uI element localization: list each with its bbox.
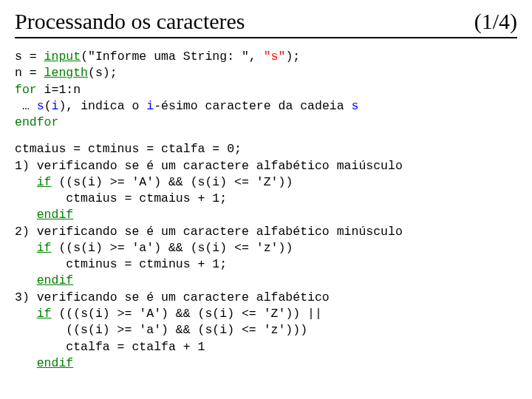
- slide-title: Processando os caracteres: [15, 9, 245, 34]
- code-line: ctalfa = ctalfa + 1: [15, 340, 205, 354]
- code-line: for i=1:n: [15, 83, 81, 97]
- var-s: s: [37, 99, 44, 113]
- kw-endfor: endfor: [15, 115, 58, 129]
- code-line: 3) verificando se é um caractere alfabét…: [15, 290, 330, 304]
- code-line: 2) verificando se é um caractere alfabét…: [15, 225, 403, 239]
- kw-endif: endif: [37, 273, 74, 287]
- kw-for: for: [15, 83, 37, 97]
- kw-if: if: [37, 175, 52, 189]
- slide-pager: (1/4): [474, 9, 517, 34]
- code-line: if ((s(i) >= 'a') && (s(i) <= 'z')): [15, 241, 293, 255]
- var-i: i: [146, 99, 154, 113]
- fn-length: length: [44, 66, 88, 80]
- code-line: endif: [15, 208, 73, 222]
- code-line: endif: [15, 356, 73, 370]
- kw-if: if: [37, 307, 52, 321]
- var-i: i: [52, 99, 59, 113]
- var-s: s: [352, 99, 359, 113]
- code-line: n = length(s);: [15, 66, 117, 80]
- kw-if: if: [37, 241, 52, 255]
- code-line: if (((s(i) >= 'A') && (s(i) <= 'Z')) ||: [15, 307, 322, 321]
- slide-header: Processando os caracteres (1/4): [15, 9, 517, 38]
- kw-endif: endif: [37, 356, 74, 370]
- code-line: if ((s(i) >= 'A') && (s(i) <= 'Z')): [15, 175, 293, 189]
- code-line: s = input("Informe uma String: ", "s");: [15, 50, 300, 64]
- fn-input: input: [44, 50, 81, 64]
- string-literal: "s": [264, 50, 286, 64]
- code-line: ((s(i) >= 'a') && (s(i) <= 'z'))): [15, 323, 307, 337]
- code-line: ctmaius = ctmaius + 1;: [15, 191, 227, 205]
- kw-endif: endif: [37, 208, 74, 222]
- code-line: ctmaius = ctminus = ctalfa = 0;: [15, 142, 242, 156]
- slide: Processando os caracteres (1/4) s = inpu…: [0, 0, 532, 379]
- code-line: 1) verificando se é um caractere alfabét…: [15, 159, 403, 173]
- code-block-1: s = input("Informe uma String: ", "s"); …: [15, 49, 517, 131]
- code-block-2: ctmaius = ctminus = ctalfa = 0; 1) verif…: [15, 141, 517, 372]
- code-line: endif: [15, 273, 73, 287]
- code-line: ctminus = ctminus + 1;: [15, 257, 227, 271]
- code-line: … s(i), indica o i-ésimo caractere da ca…: [15, 99, 358, 113]
- code-line: endfor: [15, 115, 58, 129]
